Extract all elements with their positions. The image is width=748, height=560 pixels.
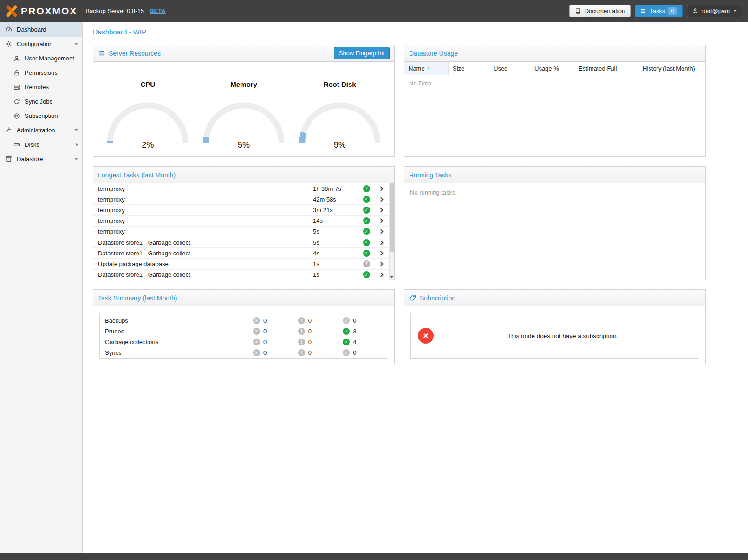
task-row[interactable]: Datastore store1 - Garbage collect 5s ✓ bbox=[93, 237, 389, 248]
error-count: 0 bbox=[263, 339, 267, 345]
beta-link[interactable]: BETA bbox=[150, 7, 165, 14]
task-duration: 1h 38m 7s bbox=[313, 185, 358, 192]
task-row[interactable]: termproxy 42m 58s ✓ bbox=[93, 194, 389, 205]
task-duration: 5s bbox=[313, 228, 358, 235]
gauge-label: CPU bbox=[102, 80, 194, 88]
panel-title: Datastore Usage bbox=[409, 50, 458, 57]
error-count: 0 bbox=[263, 328, 267, 335]
scroll-down-icon[interactable] bbox=[390, 274, 394, 280]
gauge-label: Root Disk bbox=[294, 80, 386, 88]
task-name: termproxy bbox=[98, 228, 313, 235]
task-row[interactable]: Update package database 1s ? bbox=[93, 259, 389, 269]
sidebar-item-datastore[interactable]: Datastore bbox=[0, 152, 82, 166]
gauge-value: 2% bbox=[102, 140, 194, 150]
column-header-name[interactable]: Name ↑ bbox=[404, 62, 449, 75]
cpu-gauge: CPU 2% bbox=[102, 80, 194, 150]
user-label: root@pam bbox=[702, 7, 730, 14]
sidebar-item-subscription[interactable]: Subscription bbox=[0, 109, 82, 123]
tachometer-icon bbox=[5, 26, 13, 33]
table-header: Name ↑ Size Used Usage % Estimated Full … bbox=[404, 62, 705, 75]
user-icon bbox=[692, 8, 698, 14]
root-disk-gauge: Root Disk 9% bbox=[294, 80, 386, 150]
left-column: Server Resources Show Fingerprint CPU 2%… bbox=[93, 45, 395, 364]
chevron-right-icon[interactable] bbox=[379, 251, 384, 255]
subscription-box: × This node does not have a subscription… bbox=[410, 313, 699, 359]
column-header-used[interactable]: Used bbox=[489, 62, 530, 75]
sidebar-item-user-management[interactable]: User Management bbox=[0, 51, 82, 65]
summary-label: Syncs bbox=[105, 349, 253, 356]
summary-label: Backups bbox=[105, 317, 253, 324]
subscription-message: This node does not have a subscription. bbox=[434, 332, 692, 339]
task-list-icon bbox=[640, 8, 646, 14]
user-menu-button[interactable]: root@pam bbox=[687, 5, 742, 17]
sort-ascending-icon: ↑ bbox=[427, 65, 429, 72]
gauge-label: Memory bbox=[198, 80, 290, 88]
task-summary-panel: Task Summary (last Month) Backups ×0 !0 … bbox=[93, 289, 395, 364]
sidebar: Dashboard Configuration User Management … bbox=[0, 22, 83, 553]
task-rows: termproxy 1h 38m 7s ✓ termproxy 42m 58s … bbox=[93, 183, 389, 280]
no-subscription-icon: × bbox=[418, 328, 434, 344]
sidebar-item-configuration[interactable]: Configuration bbox=[0, 37, 82, 51]
gauge-arc bbox=[297, 101, 383, 145]
ok-count-icon: ✓ bbox=[343, 349, 350, 356]
column-header-estimated-full[interactable]: Estimated Full bbox=[574, 62, 638, 75]
sidebar-item-permissions[interactable]: Permissions bbox=[0, 65, 82, 80]
sidebar-item-remotes[interactable]: Remotes bbox=[0, 80, 82, 94]
task-row[interactable]: termproxy 5s ✓ bbox=[93, 227, 389, 237]
gauge-value: 9% bbox=[294, 140, 386, 150]
unlock-icon bbox=[13, 70, 20, 76]
task-row[interactable]: termproxy 3m 21s ✓ bbox=[93, 205, 389, 215]
column-label: Usage % bbox=[534, 65, 559, 72]
task-row[interactable]: Datastore store1 - Garbage collect 4s ✓ bbox=[93, 248, 389, 259]
longest-tasks-header: Longest Tasks (last Month) bbox=[93, 167, 394, 183]
task-name: termproxy bbox=[98, 196, 313, 203]
summary-label: Prunes bbox=[105, 328, 253, 335]
chevron-right-icon[interactable] bbox=[379, 273, 384, 277]
chevron-right-icon[interactable] bbox=[379, 219, 384, 223]
chevron-down-icon bbox=[74, 158, 78, 160]
show-fingerprint-button[interactable]: Show Fingerprint bbox=[334, 47, 390, 59]
sidebar-item-administration[interactable]: Administration bbox=[0, 123, 82, 137]
scrollbar[interactable] bbox=[389, 183, 394, 280]
panel-title: Server Resources bbox=[109, 50, 161, 57]
chevron-right-icon[interactable] bbox=[379, 240, 384, 245]
top-bar: PROXMOX Backup Server 0.8-15 BETA Docume… bbox=[0, 0, 748, 22]
error-count-icon: × bbox=[253, 317, 260, 324]
server-resources-panel: Server Resources Show Fingerprint CPU 2%… bbox=[93, 45, 395, 157]
column-header-usage[interactable]: Usage % bbox=[530, 62, 574, 75]
documentation-button[interactable]: Documentation bbox=[569, 5, 631, 17]
sidebar-item-sync-jobs[interactable]: Sync Jobs bbox=[0, 94, 82, 109]
sidebar-item-label: Subscription bbox=[25, 112, 78, 119]
task-duration: 14s bbox=[313, 217, 358, 224]
ok-count-icon: ✓ bbox=[343, 328, 350, 335]
tasks-button[interactable]: Tasks 0 bbox=[635, 5, 683, 17]
summary-row: Syncs ×0 !0 ✓0 bbox=[100, 347, 388, 358]
proxmox-x-icon bbox=[6, 5, 18, 17]
chevron-right-icon[interactable] bbox=[379, 186, 384, 191]
ok-count-icon: ✓ bbox=[343, 339, 350, 345]
column-header-history[interactable]: History (last Month) bbox=[638, 62, 705, 75]
dashboard-content: Server Resources Show Fingerprint CPU 2%… bbox=[83, 40, 748, 373]
sidebar-item-label: User Management bbox=[25, 55, 78, 62]
gauge-arc bbox=[201, 101, 287, 145]
status-ok-icon: ✓ bbox=[363, 185, 370, 192]
server-resources-icon bbox=[98, 50, 105, 57]
chevron-right-icon[interactable] bbox=[379, 229, 384, 234]
sidebar-item-disks[interactable]: Disks bbox=[0, 137, 82, 152]
chevron-right-icon[interactable] bbox=[379, 208, 384, 213]
task-row[interactable]: termproxy 14s ✓ bbox=[93, 216, 389, 227]
chevron-down-icon bbox=[733, 10, 737, 12]
status-unknown-icon: ? bbox=[363, 260, 370, 267]
chevron-right-icon[interactable] bbox=[379, 197, 384, 202]
gauges-row: CPU 2% Memory 5% bbox=[93, 62, 394, 150]
sidebar-item-dashboard[interactable]: Dashboard bbox=[0, 22, 82, 37]
chevron-right-icon[interactable] bbox=[379, 261, 384, 266]
sidebar-item-label: Remotes bbox=[25, 84, 78, 91]
task-name: termproxy bbox=[98, 217, 313, 224]
column-header-size[interactable]: Size bbox=[449, 62, 489, 75]
scrollbar-thumb[interactable] bbox=[390, 183, 394, 252]
gears-icon bbox=[5, 40, 13, 47]
column-label: Used bbox=[494, 65, 507, 72]
task-row[interactable]: Datastore store1 - Garbage collect 1s ✓ bbox=[93, 270, 389, 280]
task-row[interactable]: termproxy 1h 38m 7s ✓ bbox=[93, 183, 389, 194]
